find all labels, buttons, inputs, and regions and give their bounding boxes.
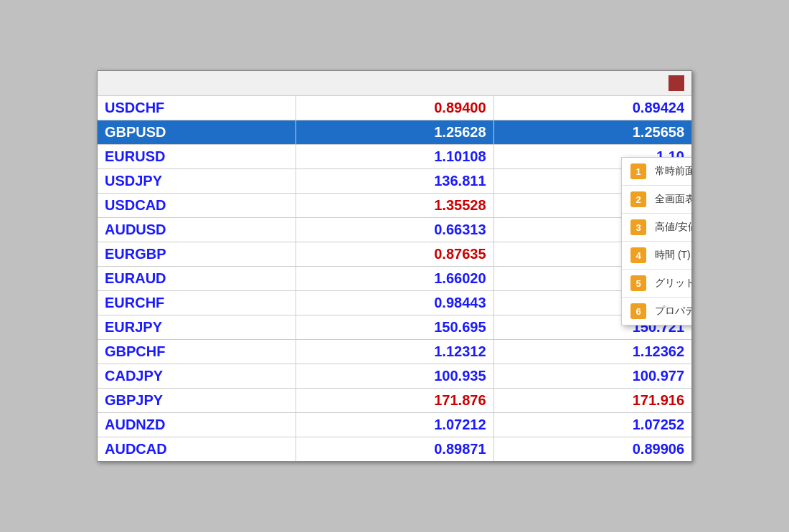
bid-cell: 0.89871 [296,437,493,462]
menu-number-5: 5 [630,275,646,291]
bid-cell: 150.695 [296,315,493,340]
pair-cell: EURCHF [98,291,296,315]
menu-number-1: 1 [630,163,646,179]
table-row[interactable]: EURJPY 150.695 150.721 [98,315,691,340]
context-menu-item-2[interactable]: 2 全画面表示 (F) [622,186,692,214]
context-menu-item-6[interactable]: 6 プロパティ... (o) [622,298,692,325]
bid-cell: 1.10108 [296,145,493,169]
bid-cell: 1.66020 [296,267,493,291]
title-bar [98,71,691,96]
bid-cell: 0.89400 [296,96,493,120]
pair-cell: EURAUD [98,267,296,291]
table-row[interactable]: EURCHF 0.98443 0.9 [98,291,691,315]
bid-cell: 0.66313 [296,218,493,242]
menu-number-6: 6 [630,303,646,319]
pair-cell: EURGBP [98,242,296,267]
main-window: USDCHF 0.89400 0.89424 GBPUSD 1.25628 1.… [97,70,692,462]
table-row[interactable]: USDJPY 136.811 136. [98,169,691,194]
table-row[interactable]: GBPJPY 171.876 171.916 [98,389,691,413]
ask-cell: 0.89424 [493,96,691,120]
menu-label-2: 全画面表示 (F) [655,193,692,206]
pair-cell: EURUSD [98,145,296,169]
table-row[interactable]: EURUSD 1.10108 1.10 [98,145,691,169]
close-button[interactable] [668,75,684,91]
menu-label-5: グリッド (G) [655,277,692,290]
table-row[interactable]: GBPUSD 1.25628 1.25658 [98,120,691,145]
context-menu-item-5[interactable]: 5 グリッド (G) [622,270,692,298]
menu-number-2: 2 [630,191,646,207]
table-row[interactable]: EURGBP 0.87635 0.8 [98,242,691,267]
pair-cell: USDCAD [98,194,296,218]
menu-label-4: 時間 (T) [655,249,691,262]
bid-cell: 100.935 [296,364,493,389]
pair-cell: EURJPY [98,315,296,340]
pair-cell: AUDNZD [98,413,296,437]
context-menu-item-4[interactable]: 4 時間 (T) [622,242,692,270]
ask-cell: 1.25658 [493,120,691,145]
bid-cell: 1.35528 [296,194,493,218]
table-row[interactable]: CADJPY 100.935 100.977 [98,364,691,389]
bid-cell: 0.98443 [296,291,493,315]
pair-cell: AUDCAD [98,437,296,462]
table-row[interactable]: GBPCHF 1.12312 1.12362 [98,340,691,364]
ask-cell: 171.916 [493,389,691,413]
bid-cell: 171.876 [296,389,493,413]
bid-cell: 136.811 [296,169,493,194]
ask-cell: 100.977 [493,364,691,389]
context-menu: 1 常時前面表示 (A) 2 全画面表示 (F) 3 高値/安値 (L) 4 時… [621,157,692,326]
bid-cell: 1.07212 [296,413,493,437]
pair-cell: CADJPY [98,364,296,389]
pair-cell: GBPUSD [98,120,296,145]
menu-label-3: 高値/安値 (L) [655,221,692,234]
ask-cell: 0.89906 [493,437,691,462]
pair-cell: USDCHF [98,96,296,120]
menu-number-4: 4 [630,247,646,263]
price-table: USDCHF 0.89400 0.89424 GBPUSD 1.25628 1.… [98,96,691,461]
table-row[interactable]: USDCHF 0.89400 0.89424 [98,96,691,120]
ask-cell: 1.12362 [493,340,691,364]
context-menu-item-3[interactable]: 3 高値/安値 (L) [622,214,692,242]
table-row[interactable]: EURAUD 1.66020 1.6 [98,267,691,291]
pair-cell: GBPJPY [98,389,296,413]
bid-cell: 1.25628 [296,120,493,145]
table-row[interactable]: AUDUSD 0.66313 0.6 [98,218,691,242]
context-menu-item-1[interactable]: 1 常時前面表示 (A) [622,158,692,186]
menu-label-6: プロパティ... (o) [655,305,692,318]
table-row[interactable]: USDCAD 1.35528 1.35 [98,194,691,218]
bid-cell: 0.87635 [296,242,493,267]
table-row[interactable]: AUDNZD 1.07212 1.07252 [98,413,691,437]
pair-cell: USDJPY [98,169,296,194]
menu-number-3: 3 [630,219,646,235]
menu-label-1: 常時前面表示 (A) [655,165,692,178]
pair-cell: GBPCHF [98,340,296,364]
table-row[interactable]: AUDCAD 0.89871 0.89906 [98,437,691,462]
ask-cell: 1.07252 [493,413,691,437]
pair-cell: AUDUSD [98,218,296,242]
bid-cell: 1.12312 [296,340,493,364]
